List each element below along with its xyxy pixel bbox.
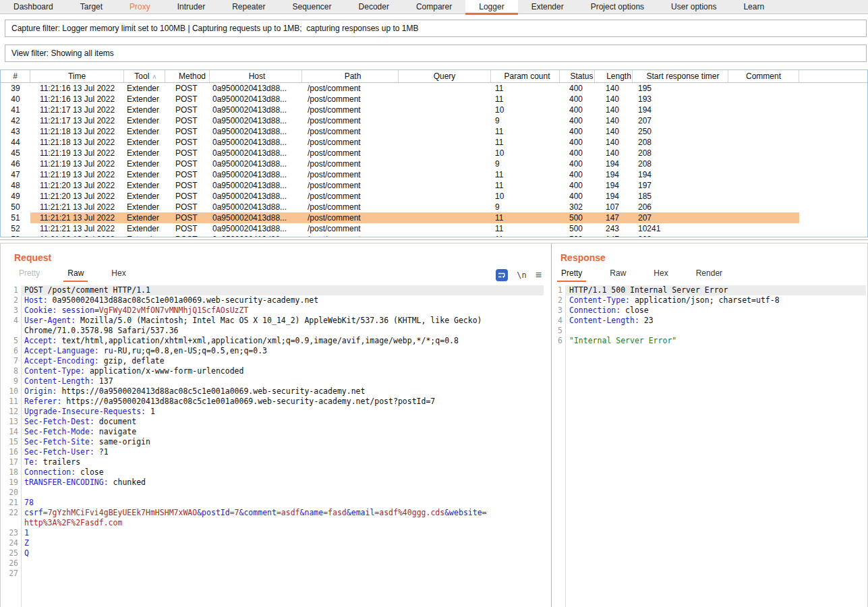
request-tab-raw[interactable]: Raw xyxy=(63,266,88,282)
line-number: 7 xyxy=(1,356,20,366)
menu-tab-decoder[interactable]: Decoder xyxy=(345,0,403,14)
request-editor[interactable]: 1POST /post/comment HTTP/1.12Host: 0a950… xyxy=(1,285,544,607)
line-number: 24 xyxy=(1,538,20,548)
editor-menu-icon[interactable]: ≡ xyxy=(536,270,542,281)
log-row-52[interactable]: 5211:21:21 13 Jul 2022ExtenderPOST0a9500… xyxy=(1,223,867,234)
menu-tab-learn[interactable]: Learn xyxy=(730,0,778,14)
line-number xyxy=(1,518,20,528)
view-filter-bar[interactable]: View filter: Showing all items xyxy=(5,45,867,62)
editor-line: 231 xyxy=(1,528,544,538)
editor-line: 13Sec-Fetch-Dest: document xyxy=(1,417,544,427)
response-tab-pretty[interactable]: Pretty xyxy=(557,266,586,282)
response-editor[interactable]: 1HTTP/1.1 500 Internal Server Error2Cont… xyxy=(552,285,866,607)
editor-line: 2178 xyxy=(1,498,544,508)
response-tab-render[interactable]: Render xyxy=(692,266,726,282)
column-header-comment[interactable]: Comment xyxy=(728,70,799,82)
log-row-39[interactable]: 3911:21:16 13 Jul 2022ExtenderPOST0a9500… xyxy=(1,83,867,94)
request-panel: Request PrettyRawHex \n ≡ 1POST /post/co… xyxy=(1,243,552,607)
menu-tab-dashboard[interactable]: Dashboard xyxy=(0,0,67,14)
menu-tab-repeater[interactable]: Repeater xyxy=(219,0,279,14)
line-number: 2 xyxy=(552,295,564,306)
log-row-53[interactable]: 5311:21:22 13 Jul 2022ExtenderPOST0a9500… xyxy=(1,234,867,237)
log-row-50[interactable]: 5011:21:21 13 Jul 2022ExtenderPOST0a9500… xyxy=(1,202,867,212)
menu-tab-comparer[interactable]: Comparer xyxy=(403,0,465,14)
menu-tab-intruder[interactable]: Intruder xyxy=(164,0,219,14)
menu-tab-proxy[interactable]: Proxy xyxy=(116,0,164,14)
editor-line: 14Sec-Fetch-Mode: navigate xyxy=(1,427,544,437)
table-body: 3911:21:16 13 Jul 2022ExtenderPOST0a9500… xyxy=(1,83,867,237)
line-text: 78 xyxy=(21,498,544,508)
line-text: http%3A%2F%2Fasdf.com xyxy=(21,518,544,528)
line-number: 16 xyxy=(1,447,20,457)
view-filter-text: View filter: Showing all items xyxy=(11,49,114,58)
column-header-start-response-timer[interactable]: Start response timer xyxy=(633,70,728,82)
menu-tab-target[interactable]: Target xyxy=(67,0,116,14)
menu-tab-user-options[interactable]: User options xyxy=(658,0,730,14)
line-number: 20 xyxy=(1,488,20,498)
editor-line: 20 xyxy=(1,488,544,498)
column-header-path[interactable]: Path xyxy=(302,70,399,82)
line-number: 5 xyxy=(1,336,20,346)
log-row-41[interactable]: 4111:21:17 13 Jul 2022ExtenderPOST0a9500… xyxy=(1,105,867,115)
line-number: 15 xyxy=(1,437,20,447)
log-row-45[interactable]: 4511:21:19 13 Jul 2022ExtenderPOST0a9500… xyxy=(1,148,867,158)
column-header-param-count[interactable]: Param count xyxy=(491,70,560,82)
line-text: Content-Type: application/x-www-form-url… xyxy=(21,366,544,376)
menu-tab-extender[interactable]: Extender xyxy=(518,0,577,14)
column-header-blank xyxy=(799,70,867,82)
line-text: csrf=7gYzhMCiFvi4gBEyUEEk7HmHSHM7xWAO&po… xyxy=(21,508,544,518)
editor-line: 26 xyxy=(1,558,544,569)
log-row-51[interactable]: 5111:21:21 13 Jul 2022ExtenderPOST0a9500… xyxy=(1,212,867,223)
menu-tab-sequencer[interactable]: Sequencer xyxy=(279,0,345,14)
log-row-47[interactable]: 4711:21:19 13 Jul 2022ExtenderPOST0a9500… xyxy=(1,169,867,180)
line-text: "Internal Server Error" xyxy=(565,336,866,346)
line-text: User-Agent: Mozilla/5.0 (Macintosh; Inte… xyxy=(21,316,544,326)
message-editors: Request PrettyRawHex \n ≡ 1POST /post/co… xyxy=(0,243,868,607)
column-header-length[interactable]: Length xyxy=(595,70,633,82)
line-text xyxy=(21,488,544,498)
column-header-method[interactable]: Method xyxy=(165,70,210,82)
line-text: Content-Length: 137 xyxy=(21,376,544,386)
menu-tab-project-options[interactable]: Project options xyxy=(577,0,658,14)
capture-filter-bar[interactable]: Capture filter: Logger memory limit set … xyxy=(5,20,867,37)
line-text xyxy=(21,569,544,579)
log-row-44[interactable]: 4411:21:18 13 Jul 2022ExtenderPOST0a9500… xyxy=(1,137,867,148)
column-header-host[interactable]: Host xyxy=(210,70,302,82)
line-text: Accept: text/html,application/xhtml+xml,… xyxy=(21,336,544,346)
response-tab-hex[interactable]: Hex xyxy=(649,266,672,282)
editor-line: 5 xyxy=(552,326,866,336)
menu-tab-logger[interactable]: Logger xyxy=(465,0,517,14)
log-row-46[interactable]: 4611:21:19 13 Jul 2022ExtenderPOST0a9500… xyxy=(1,158,867,169)
editor-line: 11Referer: https://0a9500020413d88ac08c5… xyxy=(1,397,544,407)
log-row-49[interactable]: 4911:21:20 13 Jul 2022ExtenderPOST0a9500… xyxy=(1,191,867,202)
editor-line: Chrome/71.0.3578.98 Safari/537.36 xyxy=(1,326,544,336)
log-row-43[interactable]: 4311:21:18 13 Jul 2022ExtenderPOST0a9500… xyxy=(1,126,867,137)
column-header-status[interactable]: Status xyxy=(560,70,595,82)
log-row-42[interactable]: 4211:21:17 13 Jul 2022ExtenderPOST0a9500… xyxy=(1,115,867,126)
line-number: 10 xyxy=(1,386,20,397)
log-row-48[interactable]: 4811:21:20 13 Jul 2022ExtenderPOST0a9500… xyxy=(1,180,867,191)
response-tab-raw[interactable]: Raw xyxy=(606,266,630,282)
line-number: 26 xyxy=(1,558,20,569)
column-header-query[interactable]: Query xyxy=(399,70,491,82)
capture-filter-text: Capture filter: Logger memory limit set … xyxy=(11,24,418,33)
column-header-tool[interactable]: Tool∧ xyxy=(124,70,165,82)
word-wrap-toggle-icon[interactable] xyxy=(496,269,508,281)
editor-line: 8Content-Type: application/x-www-form-ur… xyxy=(1,366,544,376)
request-tab-hex[interactable]: Hex xyxy=(107,266,129,282)
editor-line: 12Upgrade-Insecure-Requests: 1 xyxy=(1,407,544,417)
line-text: Connection: close xyxy=(565,306,866,316)
editor-line: http%3A%2F%2Fasdf.com xyxy=(1,518,544,528)
log-row-40[interactable]: 4011:21:16 13 Jul 2022ExtenderPOST0a9500… xyxy=(1,94,867,105)
line-text: Sec-Fetch-Dest: document xyxy=(21,417,544,427)
line-number: 18 xyxy=(1,467,20,478)
editor-line: 10Origin: https://0a9500020413d88ac08c5c… xyxy=(1,386,544,397)
editor-line: 1POST /post/comment HTTP/1.1 xyxy=(1,285,544,295)
table-bottom-divider xyxy=(0,239,868,240)
line-number: 3 xyxy=(1,306,20,316)
column-header-time[interactable]: Time xyxy=(30,70,124,82)
editor-line: 1HTTP/1.1 500 Internal Server Error xyxy=(552,285,866,295)
newline-toggle-icon[interactable]: \n xyxy=(517,270,526,280)
column-header-blank[interactable]: # xyxy=(1,70,30,82)
line-text: Accept-Encoding: gzip, deflate xyxy=(21,356,544,366)
